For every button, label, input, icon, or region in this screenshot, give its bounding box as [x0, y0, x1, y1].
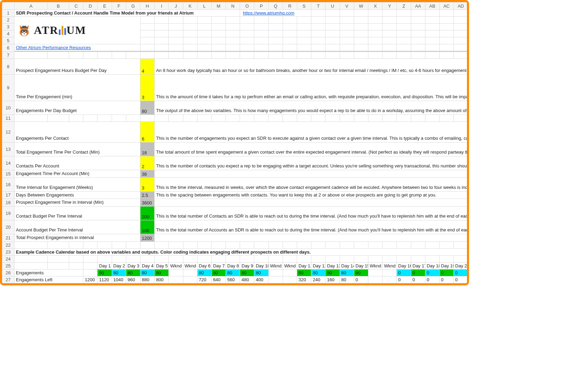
- row-header-17[interactable]: 17: [2, 192, 15, 199]
- row-header-3[interactable]: 3: [2, 24, 15, 30]
- col-header-T[interactable]: T: [311, 2, 325, 10]
- metric-value[interactable]: 4: [140, 59, 155, 75]
- engagement-cell[interactable]: 80: [126, 269, 140, 276]
- engagements-left-cell[interactable]: 720: [197, 276, 212, 283]
- row-header-8[interactable]: 8: [2, 59, 15, 75]
- col-header-R[interactable]: R: [283, 2, 297, 10]
- row-header-25[interactable]: 25: [2, 263, 15, 269]
- engagement-cell[interactable]: 80: [98, 269, 112, 276]
- metric-value[interactable]: 3: [140, 178, 155, 192]
- engagements-left-cell[interactable]: 1040: [112, 276, 126, 283]
- metric-value[interactable]: 36: [140, 170, 155, 178]
- row-header-23[interactable]: 23: [2, 249, 15, 256]
- metric-value[interactable]: 100: [140, 220, 155, 234]
- engagements-left-cell[interactable]: 0: [440, 276, 454, 283]
- col-header-J[interactable]: J: [169, 2, 183, 10]
- engagements-left-cell[interactable]: 1120: [98, 276, 112, 283]
- engagements-left-cell[interactable]: 240: [311, 276, 325, 283]
- spreadsheet[interactable]: ABCDEFGHIJKLMNOPQRSTUVWXYZAAABACAD 1SDR …: [2, 2, 468, 283]
- row-header-12[interactable]: 12: [2, 122, 15, 143]
- col-header-D[interactable]: D: [83, 2, 98, 10]
- row-header-26[interactable]: 26: [2, 269, 15, 276]
- engagement-cell[interactable]: [368, 269, 383, 276]
- row-header-10[interactable]: 10: [2, 101, 15, 115]
- engagement-cell[interactable]: 80: [297, 269, 311, 276]
- engagement-cell[interactable]: 80: [197, 269, 212, 276]
- row-header-27[interactable]: 27: [2, 276, 15, 283]
- col-header-A[interactable]: A: [15, 2, 48, 10]
- engagements-left-cell[interactable]: 0: [425, 276, 440, 283]
- engagements-left-cell[interactable]: 80: [340, 276, 354, 283]
- col-header-P[interactable]: P: [254, 2, 268, 10]
- engagements-left-cell[interactable]: 960: [126, 276, 140, 283]
- col-header-U[interactable]: U: [325, 2, 340, 10]
- engagements-left-cell[interactable]: [169, 276, 183, 283]
- col-header-Y[interactable]: Y: [383, 2, 397, 10]
- col-header-L[interactable]: L: [197, 2, 212, 10]
- col-header-E[interactable]: E: [98, 2, 112, 10]
- engagement-cell[interactable]: 0: [454, 269, 468, 276]
- engagement-cell[interactable]: 80: [311, 269, 325, 276]
- col-header-S[interactable]: S: [297, 2, 311, 10]
- metric-value[interactable]: 3600: [140, 199, 155, 207]
- row-header-11[interactable]: 11: [2, 115, 15, 122]
- other-resources-link[interactable]: Other Atrium Performance Resources: [15, 44, 140, 52]
- engagements-left-cell[interactable]: [183, 276, 197, 283]
- engagement-cell[interactable]: 0: [425, 269, 440, 276]
- col-header-F[interactable]: F: [112, 2, 126, 10]
- engagement-cell[interactable]: 80: [325, 269, 340, 276]
- engagement-cell[interactable]: [283, 269, 297, 276]
- col-header-B[interactable]: B: [48, 2, 69, 10]
- corner-cell[interactable]: [2, 2, 15, 10]
- engagement-cell[interactable]: 0: [397, 269, 411, 276]
- engagements-left-cell[interactable]: 880: [140, 276, 155, 283]
- row-header-21[interactable]: 21: [2, 234, 15, 242]
- engagements-left-cell[interactable]: [368, 276, 383, 283]
- engagement-cell[interactable]: 80: [340, 269, 354, 276]
- engagements-left-cell[interactable]: [283, 276, 297, 283]
- metric-value[interactable]: 80: [140, 101, 155, 115]
- engagement-cell[interactable]: [169, 269, 183, 276]
- engagement-cell[interactable]: 80: [155, 269, 169, 276]
- row-header-20[interactable]: 20: [2, 220, 15, 234]
- row-header-9[interactable]: 9: [2, 75, 15, 101]
- col-header-H[interactable]: H: [140, 2, 155, 10]
- metric-value[interactable]: 200: [140, 207, 155, 220]
- engagement-cell[interactable]: 80: [254, 269, 268, 276]
- col-header-I[interactable]: I: [155, 2, 169, 10]
- engagement-cell[interactable]: [269, 269, 283, 276]
- engagements-left-cell[interactable]: 640: [212, 276, 226, 283]
- row-header-4[interactable]: 4: [2, 30, 15, 37]
- row-header-5[interactable]: 5: [2, 37, 15, 44]
- row-header-15[interactable]: 15: [2, 170, 15, 178]
- col-header-AB[interactable]: AB: [425, 2, 440, 10]
- row-header-1[interactable]: 1: [2, 10, 15, 17]
- row-header-6[interactable]: 6: [2, 44, 15, 52]
- row-header-22[interactable]: 22: [2, 242, 15, 249]
- row-header-19[interactable]: 19: [2, 207, 15, 220]
- col-header-V[interactable]: V: [340, 2, 354, 10]
- engagement-cell[interactable]: 0: [411, 269, 425, 276]
- metric-value[interactable]: 1200: [140, 234, 155, 242]
- col-header-O[interactable]: O: [240, 2, 254, 10]
- engagements-left-cell[interactable]: [383, 276, 397, 283]
- engagement-cell[interactable]: 80: [354, 269, 368, 276]
- engagements-left-start[interactable]: 1200: [83, 276, 98, 283]
- engagements-left-cell[interactable]: 560: [226, 276, 240, 283]
- metric-value[interactable]: 6: [140, 122, 155, 143]
- row-header-18[interactable]: 18: [2, 199, 15, 207]
- col-header-M[interactable]: M: [212, 2, 226, 10]
- col-header-AA[interactable]: AA: [411, 2, 425, 10]
- col-header-W[interactable]: W: [354, 2, 368, 10]
- metric-value[interactable]: 18: [140, 143, 155, 156]
- metric-value[interactable]: 3: [140, 75, 155, 101]
- engagement-cell[interactable]: [183, 269, 197, 276]
- col-header-N[interactable]: N: [226, 2, 240, 10]
- engagements-left-cell[interactable]: 160: [325, 276, 340, 283]
- engagements-left-cell[interactable]: 0: [454, 276, 468, 283]
- engagements-left-cell[interactable]: 480: [240, 276, 254, 283]
- row-header-14[interactable]: 14: [2, 156, 15, 170]
- engagements-left-cell[interactable]: 400: [254, 276, 268, 283]
- col-header-Z[interactable]: Z: [397, 2, 411, 10]
- engagements-left-cell[interactable]: [269, 276, 283, 283]
